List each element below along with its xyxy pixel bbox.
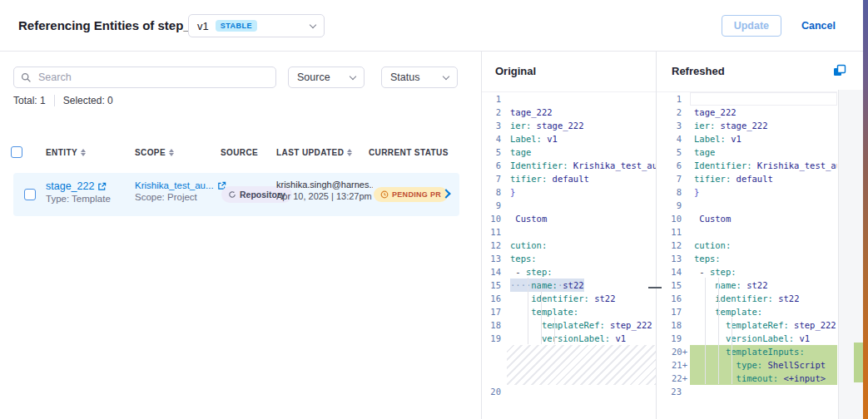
modal-header: Referencing Entities of step_222 v1 STAB… <box>0 0 868 52</box>
header-actions: Update Cancel <box>722 15 841 37</box>
status-filter-label: Status <box>390 71 419 83</box>
status-badge: PENDING PR <box>374 187 448 202</box>
line-number: 22+ <box>657 372 690 385</box>
scope-cell: Krishika_test_au... Scope: Project <box>135 180 226 202</box>
code-line: 3ier: stage_222 <box>657 119 837 132</box>
line-number: 12 <box>482 239 507 252</box>
chevron-down-icon <box>443 72 449 79</box>
select-all-checkbox[interactable] <box>11 146 22 158</box>
update-button[interactable]: Update <box>722 15 781 37</box>
divider <box>54 95 55 106</box>
line-number: 20+ <box>657 345 690 358</box>
line-number: 1 <box>482 92 507 106</box>
code-line: 20 <box>482 385 656 398</box>
repository-icon <box>228 190 236 199</box>
original-code-editor[interactable]: 12tage_2223ier: stage_2224Label: v15tage… <box>482 91 656 398</box>
refreshed-pane: Refreshed 12tage_2223ier: stage_2224Labe… <box>656 52 863 419</box>
code-line: 18 templateRef: step_222 <box>482 318 656 332</box>
version-select[interactable]: v1 STABLE <box>188 14 325 37</box>
line-number: 19 <box>482 332 507 345</box>
code-line: 4Label: v1 <box>657 132 837 145</box>
line-number: 14 <box>657 265 690 279</box>
indent-guide <box>554 318 555 344</box>
code-line: 16 identifier: st22 <box>482 292 656 305</box>
column-source: SOURCE <box>221 148 258 157</box>
code-line: 9 <box>657 199 837 212</box>
line-number: 5 <box>482 145 507 159</box>
line-number: 7 <box>482 172 507 185</box>
scope-link[interactable]: Krishika_test_au... <box>135 180 226 190</box>
sort-scope-button[interactable] <box>169 149 174 156</box>
diff-spacer <box>482 345 656 385</box>
code-line: 15····name:·st22 <box>482 279 656 292</box>
code-line: 19 versionLabel: v1 <box>482 332 656 345</box>
search-box[interactable] <box>13 67 276 88</box>
source-filter-dropdown[interactable]: Source <box>288 67 365 88</box>
line-number: 9 <box>482 199 507 212</box>
refreshed-pane-title: Refreshed <box>672 65 725 77</box>
line-number: 2 <box>482 106 507 119</box>
search-input[interactable] <box>37 71 269 84</box>
sort-last-updated-button[interactable] <box>347 149 352 156</box>
code-line: 11 <box>482 225 656 239</box>
last-updated-cell: krishika.singh@harnes... Apr 10, 2025 | … <box>276 180 373 201</box>
line-number: 17 <box>482 305 507 318</box>
code-line: 19 versionLabel: v1 <box>657 332 837 345</box>
entity-link[interactable]: stage_222 <box>46 180 111 192</box>
table-header: ENTITY SCOPE SOURCE LAST UPDATED CURRENT… <box>0 146 481 161</box>
line-number: 11 <box>657 225 690 239</box>
line-number: 13 <box>657 252 690 265</box>
status-filter-dropdown[interactable]: Status <box>381 67 458 88</box>
line-number: 20 <box>482 385 507 398</box>
line-number: 1 <box>657 92 690 106</box>
code-line: 1 <box>482 92 656 106</box>
code-line: 8} <box>482 185 656 199</box>
column-scope: SCOPE <box>135 148 174 157</box>
scope-sub: Scope: Project <box>135 192 226 202</box>
line-number: 8 <box>657 185 690 199</box>
line-number: 3 <box>657 119 690 132</box>
code-line: 4Label: v1 <box>482 132 656 145</box>
line-number: 10 <box>657 212 690 225</box>
code-line: 7tifier: default <box>657 172 837 185</box>
cancel-button[interactable]: Cancel <box>796 19 841 32</box>
source-filter-label: Source <box>297 71 330 83</box>
external-link-icon <box>97 182 107 191</box>
clock-icon <box>380 190 389 199</box>
line-number: 13 <box>482 252 507 265</box>
code-line: 2tage_222 <box>482 106 656 119</box>
copy-icon[interactable] <box>833 64 846 77</box>
summary-counts: Total: 1 Selected: 0 <box>13 95 113 106</box>
page-title: Referencing Entities of step_222 <box>18 18 211 32</box>
code-line: 11 <box>657 225 837 239</box>
code-line: 13teps: <box>482 252 656 265</box>
entity-type: Type: Template <box>46 194 111 204</box>
line-number: 9 <box>657 199 690 212</box>
column-current-status: CURRENT STATUS <box>369 148 449 157</box>
line-number: 19 <box>657 332 690 345</box>
total-count: Total: 1 <box>13 95 46 106</box>
line-number: 6 <box>482 159 507 172</box>
stable-badge: STABLE <box>216 20 257 32</box>
line-number: 11 <box>482 225 507 239</box>
code-line: 14 - step: <box>482 265 656 279</box>
code-line: 12cution: <box>657 239 837 252</box>
diff-splitter-handle[interactable] <box>648 287 662 288</box>
column-last-updated: LAST UPDATED <box>276 148 352 157</box>
row-checkbox[interactable] <box>24 189 36 200</box>
code-line: 13teps: <box>657 252 837 265</box>
updated-by: krishika.singh@harnes... <box>276 180 373 190</box>
entity-cell: stage_222 Type: Template <box>46 180 111 204</box>
table-row[interactable]: stage_222 Type: Template Krishika_test_a… <box>13 173 459 216</box>
status-label: PENDING PR <box>392 190 441 199</box>
original-pane-title: Original <box>495 65 536 77</box>
refreshed-code-editor[interactable]: 12tage_2223ier: stage_2224Label: v15tage… <box>657 91 837 398</box>
referencing-entities-modal: Referencing Entities of step_222 v1 STAB… <box>0 0 868 419</box>
line-number: 3 <box>482 119 507 132</box>
line-number: 21+ <box>657 358 690 372</box>
line-number: 4 <box>482 132 507 145</box>
code-line: 15 name: st22 <box>657 279 837 292</box>
line-number: 15 <box>657 279 690 292</box>
sort-entity-button[interactable] <box>81 149 86 156</box>
line-number: 12 <box>657 239 690 252</box>
